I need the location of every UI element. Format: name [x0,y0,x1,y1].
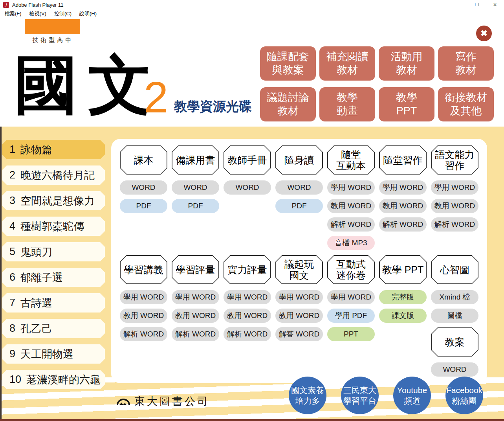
footer-link-facebook[interactable]: Facebook 粉絲團 [445,377,483,414]
resource-header[interactable]: 隨身讀 [275,145,323,175]
resource-header[interactable]: 備課用書 [172,145,219,175]
menu-item-help[interactable]: 說明(H) [79,10,97,17]
resource-header[interactable]: 教師手冊 [224,145,271,175]
resource-column: 隨堂習作學用 WORD教用 WORD解析 WORD [379,145,427,250]
lesson-number: 4 [9,220,15,232]
menu-item-file[interactable]: 檔案(F) [4,10,22,17]
file-chip-學用-pdf[interactable]: 學用 PDF [327,309,375,323]
category-button-3[interactable]: 活動用 教材 [379,46,434,81]
category-button-7[interactable]: 教學 PPT [379,87,434,121]
sidebar-item-7[interactable]: 7古詩選 [2,293,105,313]
category-button-5[interactable]: 議題討論 教材 [260,87,316,121]
category-button-6[interactable]: 教學 動畫 [319,87,375,121]
file-chip-pdf[interactable]: PDF [120,199,167,213]
file-chip-教用-word[interactable]: 教用 WORD [431,199,478,213]
resource-header-label: 學習評量 [172,256,219,284]
file-chip-學用-word[interactable]: 學用 WORD [379,180,427,195]
resource-header[interactable]: 教學 PPT [379,255,427,284]
file-chip-word[interactable]: WORD [172,180,219,195]
sidebar-item-4[interactable]: 4種樹郭橐駝傳 [2,217,105,236]
file-chip-教用-word[interactable]: 教用 WORD [120,309,167,323]
file-chip-圖檔[interactable]: 圖檔 [431,309,478,323]
file-chip-學用-word[interactable]: 學用 WORD [431,180,478,195]
bottom-strip-decoration [0,419,504,421]
close-icon[interactable]: ✖ [476,26,492,41]
file-chip-解析-word[interactable]: 解析 WORD [431,217,478,232]
resource-header[interactable]: 學習評量 [172,255,219,284]
lesson-title: 古詩選 [20,296,52,310]
sidebar-item-5[interactable]: 5鬼頭刀 [2,242,105,261]
file-chip-解析-word[interactable]: 解析 WORD [224,327,271,341]
file-chip-pdf[interactable]: PDF [172,199,219,213]
file-chip-解析-word[interactable]: 解析 WORD [327,217,375,232]
sidebar-item-6[interactable]: 6郁離子選 [2,268,105,287]
category-button-8[interactable]: 銜接教材 及其他 [438,87,494,121]
file-chip-課文版[interactable]: 課文版 [379,309,427,323]
footer-link-literacy[interactable]: 國文素養 培力多 [289,377,326,414]
footer-link-youtube[interactable]: Youtube 頻道 [393,377,431,414]
file-chip-教用-word[interactable]: 教用 WORD [275,309,323,323]
resource-column: 教學 PPT完整版課文版 [379,255,427,377]
minimize-window-icon[interactable]: – [450,0,468,9]
file-chip-教用-word[interactable]: 教用 WORD [172,309,219,323]
file-chip-解答-word[interactable]: 解答 WORD [275,327,323,341]
file-chip-學用-word[interactable]: 學用 WORD [275,290,323,304]
file-chip-解析-word[interactable]: 解析 WORD [120,327,167,341]
sidebar-item-2[interactable]: 2晚遊六橋待月記 [2,165,105,185]
resource-header[interactable]: 教案 [431,327,478,357]
file-chip-教用-word[interactable]: 教用 WORD [327,199,375,213]
sidebar-item-8[interactable]: 8孔乙己 [2,319,105,338]
file-chip-學用-word[interactable]: 學用 WORD [172,290,219,304]
resource-header[interactable]: 互動式 迷你卷 [327,255,375,284]
resource-header[interactable]: 課本 [120,145,167,175]
sidebar-item-9[interactable]: 9天工開物選 [2,344,105,364]
publisher-arch-icon [116,397,130,406]
resource-header-label: 教師手冊 [224,146,271,174]
resource-header-label: 學習講義 [121,256,167,284]
file-chip-pdf[interactable]: PDF [275,199,323,213]
sidebar-item-1[interactable]: 1詠物篇 [2,140,105,159]
file-chip-學用-word[interactable]: 學用 WORD [120,290,167,304]
lesson-title: 詠物篇 [20,143,52,157]
file-chip-完整版[interactable]: 完整版 [379,290,427,304]
file-chip-解析-word[interactable]: 解析 WORD [172,327,219,341]
content-background: 1詠物篇2晚遊六橋待月記3空間就是想像力4種樹郭橐駝傳5鬼頭刀6郁離子選7古詩選… [0,127,504,421]
file-chip-word[interactable]: WORD [275,180,323,195]
file-chip-解析-word[interactable]: 解析 WORD [379,217,427,232]
file-chip-word[interactable]: WORD [431,362,478,377]
file-chip-學用-word[interactable]: 學用 WORD [224,290,271,304]
menu-item-control[interactable]: 控制(C) [53,10,72,17]
file-chip-音檔-mp3[interactable]: 音檔 MP3 [327,236,375,250]
category-button-2[interactable]: 補充閱讀 教材 [319,46,375,81]
file-chip-word[interactable]: WORD [120,180,167,195]
left-edge-decoration [0,127,2,421]
resource-header[interactable]: 議起玩 國文 [275,255,323,284]
close-window-icon[interactable]: ✕ [486,0,504,9]
file-chip-學用-word[interactable]: 學用 WORD [327,290,375,304]
file-chip-word[interactable]: WORD [224,180,271,195]
resource-column: 互動式 迷你卷學用 WORD學用 PDFPPT [327,255,375,377]
lesson-title: 郁離子選 [20,270,63,285]
category-button-1[interactable]: 隨課配套 與教案 [260,46,316,81]
resource-header[interactable]: 語文能力 習作 [431,145,478,175]
file-chip-教用-word[interactable]: 教用 WORD [224,309,271,323]
resource-header[interactable]: 隨堂 互動本 [327,145,375,175]
resource-header[interactable]: 心智圖 [431,255,478,284]
file-chip-教用-word[interactable]: 教用 WORD [379,199,427,213]
file-chip-ppt[interactable]: PPT [327,327,375,341]
file-chip-學用-word[interactable]: 學用 WORD [327,180,375,195]
footer-link-sanmin-platform[interactable]: 三民東大 學習平台 [341,377,379,414]
file-chip-xmind-檔[interactable]: Xmind 檔 [431,290,478,304]
resource-column: 隨身讀WORDPDF [275,145,323,250]
lesson-sidebar: 1詠物篇2晚遊六橋待月記3空間就是想像力4種樹郭橐駝傳5鬼頭刀6郁離子選7古詩選… [2,140,105,395]
resource-header[interactable]: 學習講義 [120,255,167,284]
resource-header[interactable]: 實力評量 [224,255,271,284]
sidebar-item-10[interactable]: 10荖濃溪畔的六龜 [2,370,105,389]
category-button-4[interactable]: 寫作 教材 [438,46,494,81]
page-subtitle: 教學資源光碟 [174,98,252,116]
lesson-title: 荖濃溪畔的六龜 [26,373,101,387]
sidebar-item-3[interactable]: 3空間就是想像力 [2,191,105,210]
menu-item-view[interactable]: 檢視(V) [29,10,47,17]
resource-header[interactable]: 隨堂習作 [379,145,427,175]
maximize-window-icon[interactable]: ☐ [468,0,486,9]
